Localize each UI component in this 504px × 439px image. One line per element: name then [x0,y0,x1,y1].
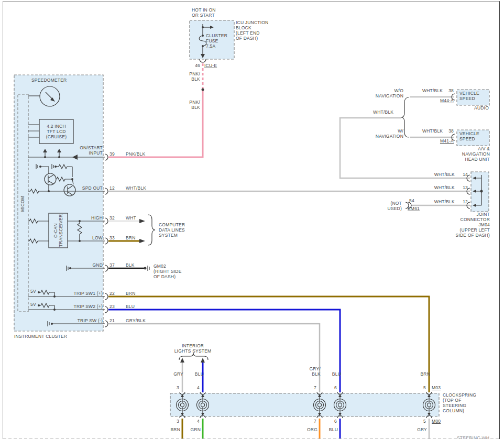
m44-a-connector: M44-A [433,98,454,103]
pin-name-low: LOW [61,235,103,240]
cs-top-pin-6: 6 [331,385,337,390]
pin-name-trip-sw-neg: TRIP SW (-) [61,318,103,323]
vehicle-speed-nav-text: VEHICLE SPEED [459,131,479,141]
pin-num-21: 21 [109,318,115,323]
joint-connector-label: JOINT CONNECTOR JM04 (UPPER LEFT SIDE OF… [448,212,490,238]
interior-lights-label: INTERIOR LIGHTS SYSTEM [168,343,218,354]
nav-pin-38: 38 [443,128,454,134]
em61-pin-54: 54 [409,198,414,203]
5v-label-1: 5V [30,289,36,294]
audio-wire-label: WHT/BLK [422,88,443,93]
audio-unit-label: AUDIO [457,105,489,111]
micom-label: MICOM [20,185,26,223]
wire-label-wht: WHT [126,215,136,221]
clipped-steering-label: STEERING WH [457,435,489,439]
computer-data-lines-brace [148,215,155,245]
wire-label-gry-blk: GRY/BLK [126,318,146,323]
pin-num-39: 39 [109,151,115,157]
pin-name-spd-out: SPD OUT [61,185,103,191]
icu-junction-block-label: ICU JUNCTION BLOCK (LEFT END OF DASH) [236,20,268,41]
m03-connector: M03 [432,385,441,390]
w-navigation-label: W/ NAVIGATION [372,128,403,139]
cs-top-pin-5: 5 [420,385,426,390]
5v-label-2: 5V [30,302,36,307]
wiring-diagram: HOT IN ON OR START ICU JUNCTION BLOCK (L… [0,0,504,439]
cs-top-wire-gryblk: GRY/ BLK [300,366,321,377]
cs-bot-pin-5: 5 [420,419,426,424]
cs-bot-pin-3: 3 [173,419,179,424]
icu-e-connector-label: ICU-E [204,63,217,68]
pin-num-12: 12 [109,185,115,191]
cs-bot-wire-brn: BRN [159,427,180,432]
em61-connector: EM61 [408,206,420,211]
pin-num-23: 23 [109,304,115,309]
clockspring-label: CLOCKSPRING (TOP OF STEERING COLUMN) [443,392,476,413]
pin-num-32: 32 [109,215,115,221]
main-wht-blk-label: WHT/BLK [373,109,393,115]
cs-bot-wire-org: ORG [297,427,317,432]
speedometer-label: SPEEDOMETER [31,78,67,83]
pin-name-on-start: ON/START INPUT [61,145,103,156]
pin-name-high: HIGH [61,215,103,221]
cluster-pin-connectors [105,154,108,327]
nav-wire-label: WHT/BLK [422,128,443,134]
speed-signal-branch [340,94,470,178]
jm-row2-wire: WHT/BLK [418,185,455,190]
clockspring-box [170,393,439,416]
cs-bot-pin-7: 7 [310,419,316,424]
jm-row3-pin: 12 [457,199,468,204]
m41-a-connector: M41-A [433,138,454,144]
jm-row2-pin: 13 [457,185,468,190]
pin-num-37: 37 [109,262,115,268]
audio-pin-38: 38 [443,88,454,93]
instrument-cluster-title: INSTRUMENT CLUSTER [14,334,67,339]
icu-pin-number: 46 [188,63,200,68]
pin-name-trip-sw1: TRIP SW1 (+) [61,291,103,296]
jm-row3-wire: WHT/BLK [418,199,455,204]
cs-top-pin-3: 3 [173,385,179,390]
cs-bot-wire-blu: BLU [317,427,338,432]
cs-bot-pin-6: 6 [331,419,337,424]
cs-top-wire-gry: GRY [162,371,183,377]
cs-top-wire-brn: BRN [409,371,430,377]
pnk-blk-wire-label-2: PNK/ BLK [188,100,200,110]
computer-data-lines-label: COMPUTER DATA LINES SYSTEM [159,222,185,238]
cs-bot-pin-4: 4 [193,419,200,424]
gm02-ground-symbol [144,266,150,271]
cluster-fuse-label: CLUSTER FUSE 7.5A [206,33,227,49]
gry-blk-trip-sw-wire [108,324,320,392]
wire-label-wht-blk: WHT/BLK [126,185,146,191]
tft-lcd-label: 4.2 INCH TFT LCD (CRUISE) [40,124,72,139]
pin-num-22: 22 [109,291,115,296]
pin-num-33: 33 [109,235,115,240]
cs-top-wire-blu2: BLU [320,371,341,377]
jm-row1-pin: 14 [457,172,468,177]
pnk-blk-wire-label-1: PNK/ BLK [188,71,200,82]
cs-top-pin-4: 4 [193,385,200,390]
nav-head-unit-label: A/V & NAVIGATION HEAD UNIT [448,146,490,162]
wire-label-blu-trip2: BLU [126,304,135,309]
wire-label-pnk-blk: PNK/BLK [126,151,145,157]
hot-in-on-label: HOT IN ON OR START [192,7,216,18]
wire-label-brn-trip1: BRN [126,291,136,296]
pin-name-gnd: GND [61,262,103,268]
vehicle-speed-audio-text: VEHICLE SPEED [459,91,479,101]
gm02-ground-label: GM02 (RIGHT SIDE OF DASH) [154,264,182,279]
cs-bot-wire-grn: GRN [180,427,201,432]
ccan-transceiver-label: C-CAN TRANSCEIVER [53,207,63,254]
cs-bot-wire-gry: GRY [406,427,427,432]
cs-top-pin-7: 7 [310,385,316,390]
pin-name-trip-sw2: TRIP SW2 (+) [61,304,103,309]
m80-connector: M80 [432,419,441,424]
wo-navigation-label: W/O NAVIGATION [372,88,403,98]
brn-trip-sw1-wire [108,297,429,392]
not-used-label: (NOT USED) [381,201,402,211]
wire-label-brn: BRN [126,235,136,240]
jm-row1-wire: WHT/BLK [418,172,455,177]
cs-top-wire-blu: BLU [183,371,204,377]
wire-label-blk: BLK [126,262,135,268]
